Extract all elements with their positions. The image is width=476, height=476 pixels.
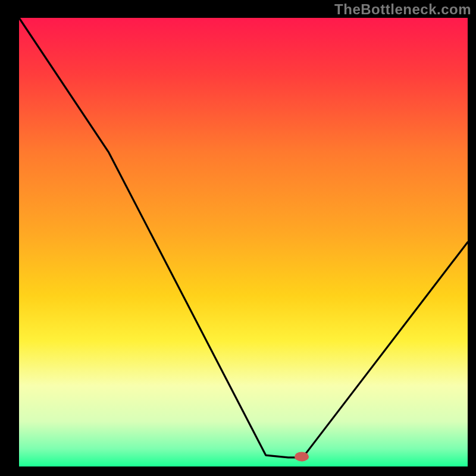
plot-background (19, 18, 468, 466)
bottleneck-chart (0, 0, 476, 476)
watermark-text: TheBottleneck.com (334, 1, 471, 18)
optimum-marker (295, 452, 309, 461)
chart-container: TheBottleneck.com (0, 0, 476, 476)
